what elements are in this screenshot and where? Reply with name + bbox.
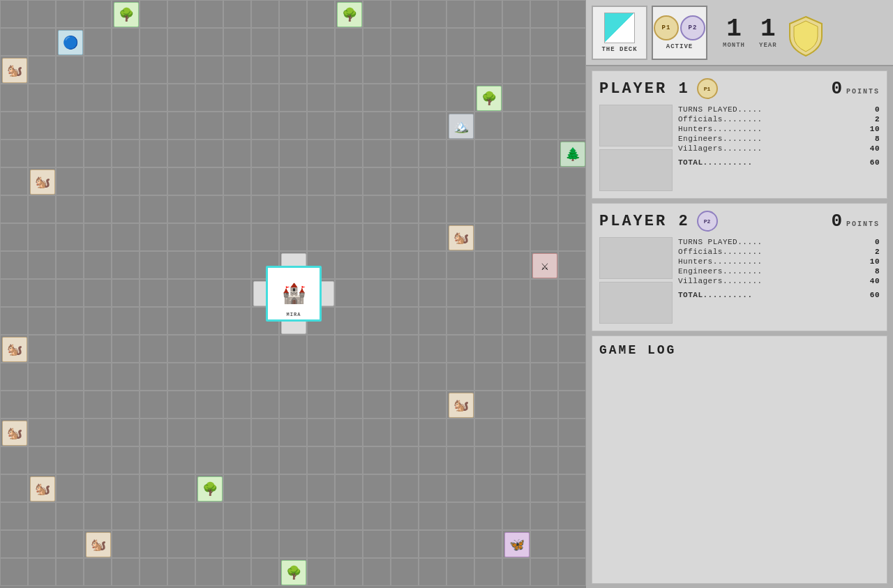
grid-cell-6-0[interactable] — [0, 167, 28, 195]
grid-cell-6-9[interactable] — [251, 167, 279, 195]
grid-cell-11-19[interactable] — [530, 307, 558, 335]
grid-cell-13-4[interactable] — [112, 363, 140, 391]
grid-cell-2-4[interactable] — [112, 56, 140, 84]
grid-cell-10-14[interactable] — [391, 279, 419, 307]
grid-cell-4-12[interactable] — [335, 112, 363, 140]
grid-cell-13-9[interactable] — [251, 363, 279, 391]
grid-cell-0-8[interactable] — [223, 0, 251, 28]
grid-cell-11-2[interactable] — [56, 307, 84, 335]
grid-cell-15-4[interactable] — [112, 419, 140, 446]
grid-cell-9-13[interactable] — [363, 251, 391, 279]
grid-cell-19-19[interactable] — [530, 530, 558, 558]
grid-cell-5-0[interactable] — [0, 140, 28, 167]
grid-cell-15-9[interactable] — [251, 419, 279, 446]
grid-cell-14-16[interactable]: 🐿️ — [446, 391, 474, 419]
grid-cell-7-15[interactable] — [419, 195, 446, 223]
grid-cell-0-4[interactable]: 🌳 — [112, 0, 140, 28]
grid-cell-15-0[interactable]: 🐿️ — [0, 419, 28, 446]
grid-cell-14-18[interactable] — [502, 391, 530, 419]
grid-cell-3-6[interactable] — [167, 84, 195, 112]
grid-cell-12-3[interactable] — [84, 335, 112, 363]
grid-cell-5-3[interactable] — [84, 140, 112, 167]
grid-cell-0-10[interactable] — [279, 0, 307, 28]
grid-cell-4-19[interactable] — [530, 112, 558, 140]
grid-cell-18-0[interactable] — [0, 502, 28, 530]
grid-cell-14-1[interactable] — [28, 391, 56, 419]
grid-cell-13-15[interactable] — [419, 363, 446, 391]
grid-cell-15-7[interactable] — [195, 419, 223, 446]
grid-cell-20-2[interactable] — [56, 558, 84, 586]
grid-cell-10-12[interactable] — [335, 279, 363, 307]
grid-cell-7-13[interactable] — [363, 195, 391, 223]
grid-cell-17-3[interactable] — [84, 474, 112, 502]
grid-cell-3-7[interactable] — [195, 84, 223, 112]
grid-cell-6-20[interactable] — [558, 167, 586, 195]
grid-cell-2-9[interactable] — [251, 56, 279, 84]
grid-cell-16-13[interactable] — [363, 446, 391, 474]
grid-cell-8-11[interactable] — [307, 223, 335, 251]
grid-cell-17-6[interactable] — [167, 474, 195, 502]
grid-cell-0-9[interactable] — [251, 0, 279, 28]
grid-cell-11-3[interactable] — [84, 307, 112, 335]
grid-cell-3-11[interactable] — [307, 84, 335, 112]
grid-cell-13-11[interactable] — [307, 363, 335, 391]
grid-cell-3-14[interactable] — [391, 84, 419, 112]
grid-cell-10-20[interactable] — [558, 279, 586, 307]
grid-cell-6-7[interactable] — [195, 167, 223, 195]
grid-cell-7-12[interactable] — [335, 195, 363, 223]
grid-cell-7-20[interactable] — [558, 195, 586, 223]
grid-cell-0-15[interactable] — [419, 0, 446, 28]
grid-cell-18-19[interactable] — [530, 502, 558, 530]
grid-cell-5-16[interactable] — [446, 140, 474, 167]
grid-cell-20-4[interactable] — [112, 558, 140, 586]
grid-cell-4-9[interactable] — [251, 112, 279, 140]
grid-cell-17-10[interactable] — [279, 474, 307, 502]
grid-cell-19-10[interactable] — [279, 530, 307, 558]
grid-cell-8-16[interactable]: 🐿️ — [446, 223, 474, 251]
grid-cell-10-18[interactable] — [502, 279, 530, 307]
grid-cell-17-16[interactable] — [446, 474, 474, 502]
grid-cell-11-20[interactable] — [558, 307, 586, 335]
grid-cell-13-17[interactable] — [474, 363, 502, 391]
grid-cell-20-5[interactable] — [140, 558, 167, 586]
grid-cell-1-16[interactable] — [446, 28, 474, 56]
grid-cell-16-2[interactable] — [56, 446, 84, 474]
grid-cell-17-11[interactable] — [307, 474, 335, 502]
grid-cell-9-20[interactable] — [558, 251, 586, 279]
grid-cell-12-9[interactable] — [251, 335, 279, 363]
grid-cell-2-10[interactable] — [279, 56, 307, 84]
grid-cell-13-6[interactable] — [167, 363, 195, 391]
grid-cell-8-15[interactable] — [419, 223, 446, 251]
grid-cell-18-8[interactable] — [223, 502, 251, 530]
grid-cell-9-14[interactable] — [391, 251, 419, 279]
grid-cell-7-8[interactable] — [223, 195, 251, 223]
grid-cell-12-1[interactable] — [28, 335, 56, 363]
grid-cell-14-4[interactable] — [112, 391, 140, 419]
grid-cell-5-12[interactable] — [335, 140, 363, 167]
grid-cell-7-4[interactable] — [112, 195, 140, 223]
grid-cell-9-0[interactable] — [0, 251, 28, 279]
grid-cell-4-5[interactable] — [140, 112, 167, 140]
grid-cell-8-18[interactable] — [502, 223, 530, 251]
grid-cell-12-16[interactable] — [446, 335, 474, 363]
grid-cell-17-2[interactable] — [56, 474, 84, 502]
grid-cell-14-14[interactable] — [391, 391, 419, 419]
grid-cell-3-10[interactable] — [279, 84, 307, 112]
grid-cell-3-13[interactable] — [363, 84, 391, 112]
grid-cell-11-4[interactable] — [112, 307, 140, 335]
grid-cell-3-9[interactable] — [251, 84, 279, 112]
grid-cell-6-5[interactable] — [140, 167, 167, 195]
grid-cell-4-15[interactable] — [419, 112, 446, 140]
grid-cell-8-8[interactable] — [223, 223, 251, 251]
grid-cell-7-9[interactable] — [251, 195, 279, 223]
grid-cell-11-0[interactable] — [0, 307, 28, 335]
grid-cell-19-17[interactable] — [474, 530, 502, 558]
grid-cell-4-14[interactable] — [391, 112, 419, 140]
grid-cell-17-9[interactable] — [251, 474, 279, 502]
grid-cell-3-4[interactable] — [112, 84, 140, 112]
grid-cell-8-12[interactable] — [335, 223, 363, 251]
grid-cell-14-5[interactable] — [140, 391, 167, 419]
grid-cell-9-18[interactable] — [502, 251, 530, 279]
grid-cell-12-12[interactable] — [335, 335, 363, 363]
grid-cell-9-12[interactable] — [335, 251, 363, 279]
